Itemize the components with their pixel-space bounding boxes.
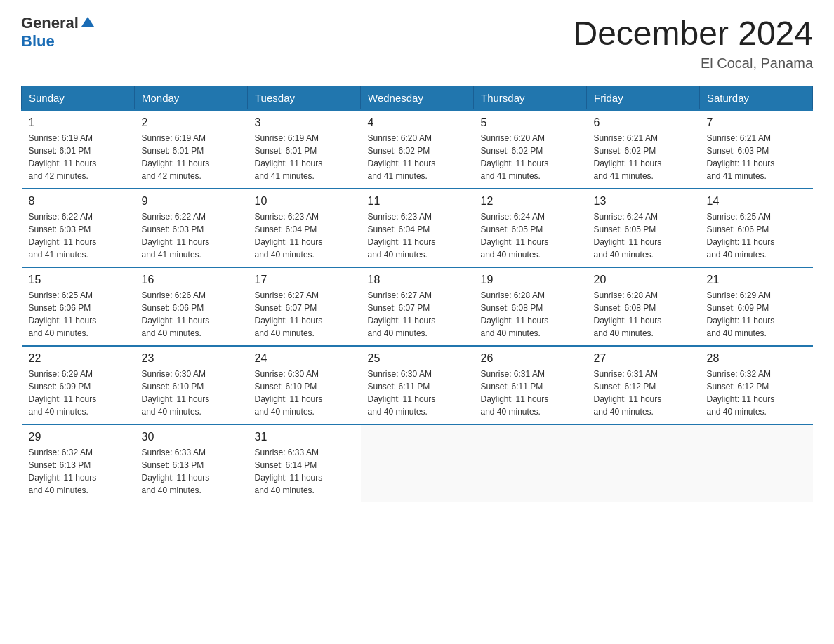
day-info: Sunrise: 6:29 AMSunset: 6:09 PMDaylight:… [707, 289, 806, 340]
day-info: Sunrise: 6:23 AMSunset: 6:04 PMDaylight:… [255, 210, 354, 261]
day-info: Sunrise: 6:32 AMSunset: 6:12 PMDaylight:… [707, 368, 806, 418]
day-info: Sunrise: 6:21 AMSunset: 6:03 PMDaylight:… [707, 132, 806, 182]
day-info: Sunrise: 6:31 AMSunset: 6:12 PMDaylight:… [594, 368, 693, 418]
day-cell: 12Sunrise: 6:24 AMSunset: 6:05 PMDayligh… [474, 189, 587, 267]
day-info: Sunrise: 6:20 AMSunset: 6:02 PMDaylight:… [481, 132, 580, 182]
day-cell [361, 424, 474, 502]
day-cell: 6Sunrise: 6:21 AMSunset: 6:02 PMDaylight… [587, 110, 700, 189]
day-info: Sunrise: 6:28 AMSunset: 6:08 PMDaylight:… [594, 289, 693, 340]
day-info: Sunrise: 6:24 AMSunset: 6:05 PMDaylight:… [481, 210, 580, 261]
day-number: 18 [368, 274, 467, 286]
day-number: 5 [481, 116, 580, 129]
day-info: Sunrise: 6:24 AMSunset: 6:05 PMDaylight:… [594, 210, 693, 261]
day-number: 19 [481, 274, 580, 286]
day-info: Sunrise: 6:19 AMSunset: 6:01 PMDaylight:… [142, 132, 241, 182]
day-number: 9 [142, 195, 241, 208]
day-info: Sunrise: 6:21 AMSunset: 6:02 PMDaylight:… [594, 132, 693, 182]
day-cell: 25Sunrise: 6:30 AMSunset: 6:11 PMDayligh… [361, 346, 474, 424]
header-row: SundayMondayTuesdayWednesdayThursdayFrid… [22, 86, 813, 111]
day-info: Sunrise: 6:27 AMSunset: 6:07 PMDaylight:… [255, 289, 354, 340]
day-info: Sunrise: 6:19 AMSunset: 6:01 PMDaylight:… [29, 132, 128, 182]
column-header-thursday: Thursday [474, 86, 587, 111]
column-header-sunday: Sunday [22, 86, 135, 111]
week-row-3: 15Sunrise: 6:25 AMSunset: 6:06 PMDayligh… [22, 267, 813, 346]
day-number: 21 [707, 274, 806, 286]
day-info: Sunrise: 6:33 AMSunset: 6:14 PMDaylight:… [255, 446, 354, 497]
svg-marker-0 [81, 17, 94, 27]
day-cell: 3Sunrise: 6:19 AMSunset: 6:01 PMDaylight… [248, 110, 361, 189]
day-number: 17 [255, 274, 354, 286]
day-number: 11 [368, 195, 467, 208]
day-number: 24 [255, 352, 354, 365]
day-cell: 11Sunrise: 6:23 AMSunset: 6:04 PMDayligh… [361, 189, 474, 267]
column-header-saturday: Saturday [700, 86, 813, 111]
day-number: 10 [255, 195, 354, 208]
day-info: Sunrise: 6:22 AMSunset: 6:03 PMDaylight:… [29, 210, 128, 261]
day-number: 30 [142, 431, 241, 443]
week-row-2: 8Sunrise: 6:22 AMSunset: 6:03 PMDaylight… [22, 189, 813, 267]
day-number: 23 [142, 352, 241, 365]
day-cell: 31Sunrise: 6:33 AMSunset: 6:14 PMDayligh… [248, 424, 361, 502]
day-cell: 13Sunrise: 6:24 AMSunset: 6:05 PMDayligh… [587, 189, 700, 267]
day-info: Sunrise: 6:20 AMSunset: 6:02 PMDaylight:… [368, 132, 467, 182]
day-cell: 7Sunrise: 6:21 AMSunset: 6:03 PMDaylight… [700, 110, 813, 189]
day-cell: 26Sunrise: 6:31 AMSunset: 6:11 PMDayligh… [474, 346, 587, 424]
day-number: 2 [142, 116, 241, 129]
day-number: 6 [594, 116, 693, 129]
column-header-monday: Monday [135, 86, 248, 111]
week-row-5: 29Sunrise: 6:32 AMSunset: 6:13 PMDayligh… [22, 424, 813, 502]
month-title: December 2024 [573, 14, 813, 53]
day-cell: 30Sunrise: 6:33 AMSunset: 6:13 PMDayligh… [135, 424, 248, 502]
logo-blue-text: Blue [21, 32, 55, 51]
day-info: Sunrise: 6:22 AMSunset: 6:03 PMDaylight:… [142, 210, 241, 261]
day-cell: 20Sunrise: 6:28 AMSunset: 6:08 PMDayligh… [587, 267, 700, 346]
day-cell: 28Sunrise: 6:32 AMSunset: 6:12 PMDayligh… [700, 346, 813, 424]
day-cell: 2Sunrise: 6:19 AMSunset: 6:01 PMDaylight… [135, 110, 248, 189]
day-number: 12 [481, 195, 580, 208]
day-cell: 9Sunrise: 6:22 AMSunset: 6:03 PMDaylight… [135, 189, 248, 267]
day-cell [700, 424, 813, 502]
day-cell: 22Sunrise: 6:29 AMSunset: 6:09 PMDayligh… [22, 346, 135, 424]
calendar-table: SundayMondayTuesdayWednesdayThursdayFrid… [21, 86, 813, 502]
day-info: Sunrise: 6:30 AMSunset: 6:10 PMDaylight:… [255, 368, 354, 418]
logo-arrow-icon [80, 14, 95, 29]
day-number: 13 [594, 195, 693, 208]
day-number: 8 [29, 195, 128, 208]
day-cell: 19Sunrise: 6:28 AMSunset: 6:08 PMDayligh… [474, 267, 587, 346]
day-info: Sunrise: 6:30 AMSunset: 6:10 PMDaylight:… [142, 368, 241, 418]
day-info: Sunrise: 6:25 AMSunset: 6:06 PMDaylight:… [29, 289, 128, 340]
day-number: 14 [707, 195, 806, 208]
day-info: Sunrise: 6:25 AMSunset: 6:06 PMDaylight:… [707, 210, 806, 261]
day-number: 27 [594, 352, 693, 365]
column-header-friday: Friday [587, 86, 700, 111]
day-number: 20 [594, 274, 693, 286]
day-cell: 5Sunrise: 6:20 AMSunset: 6:02 PMDaylight… [474, 110, 587, 189]
day-cell: 15Sunrise: 6:25 AMSunset: 6:06 PMDayligh… [22, 267, 135, 346]
day-info: Sunrise: 6:29 AMSunset: 6:09 PMDaylight:… [29, 368, 128, 418]
day-info: Sunrise: 6:31 AMSunset: 6:11 PMDaylight:… [481, 368, 580, 418]
day-cell [474, 424, 587, 502]
day-number: 7 [707, 116, 806, 129]
week-row-4: 22Sunrise: 6:29 AMSunset: 6:09 PMDayligh… [22, 346, 813, 424]
day-info: Sunrise: 6:27 AMSunset: 6:07 PMDaylight:… [368, 289, 467, 340]
location-label: El Cocal, Panama [573, 55, 813, 72]
day-cell: 27Sunrise: 6:31 AMSunset: 6:12 PMDayligh… [587, 346, 700, 424]
day-cell: 21Sunrise: 6:29 AMSunset: 6:09 PMDayligh… [700, 267, 813, 346]
day-number: 31 [255, 431, 354, 443]
title-area: December 2024 El Cocal, Panama [573, 14, 813, 72]
day-cell: 16Sunrise: 6:26 AMSunset: 6:06 PMDayligh… [135, 267, 248, 346]
day-cell: 14Sunrise: 6:25 AMSunset: 6:06 PMDayligh… [700, 189, 813, 267]
day-number: 4 [368, 116, 467, 129]
day-cell: 4Sunrise: 6:20 AMSunset: 6:02 PMDaylight… [361, 110, 474, 189]
day-number: 22 [29, 352, 128, 365]
day-info: Sunrise: 6:33 AMSunset: 6:13 PMDaylight:… [142, 446, 241, 497]
day-number: 29 [29, 431, 128, 443]
day-info: Sunrise: 6:23 AMSunset: 6:04 PMDaylight:… [368, 210, 467, 261]
day-cell: 18Sunrise: 6:27 AMSunset: 6:07 PMDayligh… [361, 267, 474, 346]
day-number: 28 [707, 352, 806, 365]
day-number: 26 [481, 352, 580, 365]
column-header-tuesday: Tuesday [248, 86, 361, 111]
day-number: 3 [255, 116, 354, 129]
day-info: Sunrise: 6:28 AMSunset: 6:08 PMDaylight:… [481, 289, 580, 340]
day-cell: 1Sunrise: 6:19 AMSunset: 6:01 PMDaylight… [22, 110, 135, 189]
